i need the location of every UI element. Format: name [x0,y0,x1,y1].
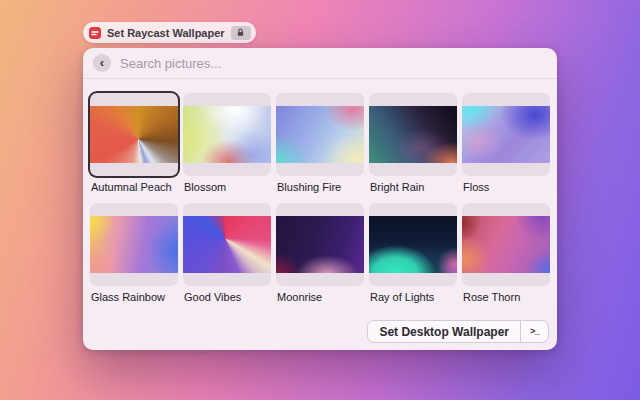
wallpaper-name: Blushing Fire [276,181,364,193]
wallpaper-thumbnail [276,216,364,273]
wallpaper-name: Rose Thorn [462,291,550,303]
wallpaper-card [183,203,271,286]
set-desktop-wallpaper-button[interactable]: Set Desktop Wallpaper [368,321,520,342]
wallpaper-name: Glass Rainbow [90,291,178,303]
command-title: Set Raycast Wallpaper [107,27,225,39]
command-pill[interactable]: Set Raycast Wallpaper [83,22,256,43]
back-button[interactable]: ‹ [93,54,111,72]
wallpaper-card [462,203,550,286]
wallpaper-card [183,93,271,176]
wallpaper-item[interactable]: Floss [462,93,550,193]
wallpaper-item[interactable]: Moonrise [276,203,364,303]
wallpaper-thumbnail [462,106,550,163]
wallpaper-card [90,203,178,286]
wallpaper-thumbnail [276,106,364,163]
primary-action-group: Set Desktop Wallpaper >_ [367,320,549,343]
wallpaper-name: Ray of Lights [369,291,457,303]
wallpaper-item[interactable]: Glass Rainbow [90,203,178,303]
wallpaper-item[interactable]: Blossom [183,93,271,193]
wallpaper-thumbnail [183,216,271,273]
wallpaper-thumbnail [369,106,457,163]
wallpaper-thumbnail [183,106,271,163]
lock-icon [236,28,245,37]
wallpaper-thumbnail [462,216,550,273]
wallpaper-name: Good Vibes [183,291,271,303]
wallpaper-item[interactable]: Bright Rain [369,93,457,193]
wallpaper-item[interactable]: Good Vibes [183,203,271,303]
desktop-background: Set Raycast Wallpaper ‹ Autumnal Peach B… [0,0,640,400]
wallpaper-grid: Autumnal Peach Blossom Blushing Fire Bri… [83,79,557,303]
wallpaper-card [462,93,550,176]
shortcut-key-terminal-icon[interactable]: >_ [521,321,548,342]
search-input[interactable] [120,56,547,71]
wallpaper-card [276,203,364,286]
window-footer: Set Desktop Wallpaper >_ [367,320,549,343]
wallpaper-name: Autumnal Peach [90,181,178,193]
wallpaper-name: Floss [462,181,550,193]
wallpaper-item[interactable]: Ray of Lights [369,203,457,303]
wallpaper-thumbnail [90,106,178,163]
wallpaper-item[interactable]: Rose Thorn [462,203,550,303]
wallpaper-name: Bright Rain [369,181,457,193]
wallpaper-item[interactable]: Blushing Fire [276,93,364,193]
wallpaper-card [369,93,457,176]
raycast-wallpaper-icon [89,27,101,39]
wallpaper-name: Blossom [183,181,271,193]
search-header: ‹ [83,48,557,79]
wallpaper-card [276,93,364,176]
wallpaper-thumbnail [369,216,457,273]
raycast-window: ‹ Autumnal Peach Blossom Blushing Fire B… [83,48,557,350]
wallpaper-thumbnail [90,216,178,273]
wallpaper-name: Moonrise [276,291,364,303]
wallpaper-card [369,203,457,286]
wallpaper-card [90,93,178,176]
lock-badge [231,26,251,40]
wallpaper-item[interactable]: Autumnal Peach [90,93,178,193]
